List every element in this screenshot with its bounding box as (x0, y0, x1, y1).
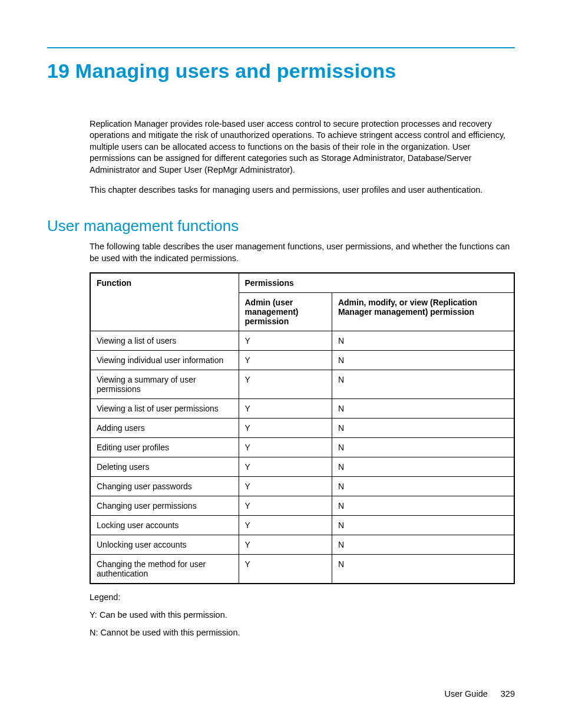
footer-page-number: 329 (501, 689, 515, 699)
cell-admin: Y (239, 535, 332, 555)
cell-function: Changing user permissions (90, 496, 239, 516)
chapter-title: 19 Managing users and permissions (47, 59, 515, 83)
legend-y: Y: Can be used with this permission. (90, 610, 515, 620)
cell-function: Viewing a list of user permissions (90, 399, 239, 419)
cell-amv: N (332, 331, 514, 351)
cell-function: Editing user profiles (90, 438, 239, 457)
cell-admin: Y (239, 477, 332, 496)
section-intro: The following table describes the user m… (90, 241, 515, 264)
cell-amv: N (332, 370, 514, 399)
cell-amv: N (332, 351, 514, 370)
table-row: Locking user accountsYN (90, 516, 514, 535)
cell-amv: N (332, 419, 514, 438)
table-row: Changing user passwordsYN (90, 477, 514, 496)
page-footer: User Guide 329 (444, 689, 515, 699)
cell-function: Unlocking user accounts (90, 535, 239, 555)
cell-admin: Y (239, 516, 332, 535)
th-admin: Admin (user management) permission (239, 293, 332, 331)
cell-amv: N (332, 516, 514, 535)
table-row: Editing user profilesYN (90, 438, 514, 457)
table-row: Viewing individual user informationYN (90, 351, 514, 370)
table-row: Adding usersYN (90, 419, 514, 438)
cell-admin: Y (239, 419, 332, 438)
cell-admin: Y (239, 370, 332, 399)
cell-function: Changing the method for user authenticat… (90, 555, 239, 584)
cell-function: Adding users (90, 419, 239, 438)
table-header-row-1: Function Permissions (90, 273, 514, 293)
cell-admin: Y (239, 457, 332, 477)
th-permissions: Permissions (239, 273, 514, 293)
intro-paragraph-1: Replication Manager provides role-based … (90, 118, 515, 176)
cell-function: Deleting users (90, 457, 239, 477)
cell-function: Locking user accounts (90, 516, 239, 535)
cell-function: Viewing a summary of user permissions (90, 370, 239, 399)
cell-amv: N (332, 555, 514, 584)
table-row: Changing the method for user authenticat… (90, 555, 514, 584)
cell-amv: N (332, 399, 514, 419)
table-row: Changing user permissionsYN (90, 496, 514, 516)
th-amv: Admin, modify, or view (Replication Mana… (332, 293, 514, 331)
cell-admin: Y (239, 438, 332, 457)
table-row: Viewing a summary of user permissionsYN (90, 370, 514, 399)
cell-function: Viewing individual user information (90, 351, 239, 370)
cell-admin: Y (239, 555, 332, 584)
cell-amv: N (332, 477, 514, 496)
table-row: Viewing a list of usersYN (90, 331, 514, 351)
cell-function: Viewing a list of users (90, 331, 239, 351)
cell-admin: Y (239, 351, 332, 370)
top-rule (47, 47, 515, 48)
footer-title: User Guide (444, 689, 487, 699)
table-row: Unlocking user accountsYN (90, 535, 514, 555)
legend-n: N: Cannot be used with this permission. (90, 628, 515, 637)
th-function: Function (90, 273, 239, 331)
permissions-table: Function Permissions Admin (user managem… (90, 272, 515, 584)
cell-amv: N (332, 496, 514, 516)
cell-amv: N (332, 457, 514, 477)
cell-admin: Y (239, 331, 332, 351)
cell-admin: Y (239, 399, 332, 419)
section-title: User management functions (47, 217, 515, 235)
cell-admin: Y (239, 496, 332, 516)
intro-paragraph-2: This chapter describes tasks for managin… (90, 185, 515, 196)
legend-label: Legend: (90, 592, 515, 602)
table-row: Viewing a list of user permissionsYN (90, 399, 514, 419)
cell-amv: N (332, 535, 514, 555)
cell-function: Changing user passwords (90, 477, 239, 496)
table-row: Deleting usersYN (90, 457, 514, 477)
cell-amv: N (332, 438, 514, 457)
